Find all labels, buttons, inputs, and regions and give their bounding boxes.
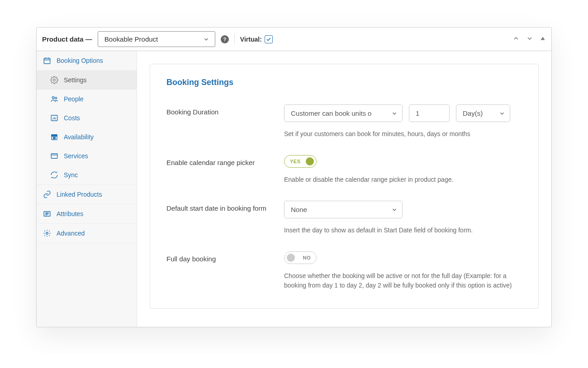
virtual-label: Virtual: [240, 36, 262, 43]
sidebar-label: Booking Options [57, 57, 103, 64]
row-default-start: Default start date in booking form None … [166, 201, 522, 235]
svg-point-6 [52, 97, 55, 99]
sidebar-label: Linked Products [57, 191, 102, 198]
panel-header: Product data — Bookable Product ? Virtua… [37, 28, 551, 51]
svg-text:10: 10 [53, 137, 56, 139]
product-type-select[interactable]: Bookable Product [98, 31, 215, 47]
chevron-down-icon [391, 110, 398, 117]
panel-body: Booking Options Settings People [37, 51, 551, 327]
main-content: Booking Settings Booking Duration Custom… [137, 51, 551, 327]
window-icon [50, 152, 58, 160]
list-icon [43, 210, 51, 218]
gear-icon [43, 229, 51, 237]
sidebar-item-settings[interactable]: Settings [37, 71, 137, 90]
help-default-start: Insert the day to show as default in Sta… [284, 226, 522, 235]
panel-title: Product data — [42, 35, 92, 43]
sidebar-label: Costs [64, 114, 80, 122]
sidebar-item-services[interactable]: Services [37, 146, 137, 165]
row-range-picker: Enable calendar range picker YES Enable … [166, 155, 522, 184]
sidebar-item-sync[interactable]: Sync [37, 165, 137, 184]
label-default-start: Default start date in booking form [166, 201, 275, 235]
sidebar-item-advanced[interactable]: Advanced [37, 224, 137, 243]
sidebar-item-people[interactable]: People [37, 90, 137, 109]
duration-quantity-input[interactable] [409, 104, 450, 122]
duration-unit-value: Day(s) [463, 109, 483, 117]
chart-icon [50, 114, 58, 122]
settings-card: Booking Settings Booking Duration Custom… [150, 64, 539, 309]
svg-rect-1 [44, 58, 50, 64]
sidebar-label: Attributes [57, 210, 83, 217]
product-data-panel: Product data — Bookable Product ? Virtua… [36, 27, 552, 327]
toggle-label: NO [303, 255, 311, 260]
default-start-value: None [291, 206, 307, 213]
chevron-down-icon [391, 207, 398, 213]
section-title: Booking Settings [166, 78, 522, 87]
move-up-icon[interactable] [512, 35, 520, 43]
help-range-picker: Enable or disable the calendar range pic… [284, 175, 522, 184]
duration-type-select[interactable]: Customer can book units o [284, 104, 403, 122]
sidebar-label: Advanced [57, 230, 85, 237]
gear-icon [50, 76, 58, 84]
sidebar-item-availability[interactable]: 10 Availability [37, 127, 137, 146]
svg-rect-15 [51, 154, 57, 159]
full-day-toggle[interactable]: NO [284, 251, 317, 264]
chevron-down-icon [203, 36, 209, 42]
sidebar: Booking Options Settings People [37, 51, 137, 327]
label-booking-duration: Booking Duration [166, 104, 275, 139]
help-icon[interactable]: ? [221, 35, 229, 43]
collapse-icon[interactable] [540, 35, 546, 43]
row-full-day: Full day booking NO Choose whether the b… [166, 251, 522, 290]
product-type-value: Bookable Product [104, 35, 158, 43]
move-down-icon[interactable] [526, 35, 533, 43]
toggle-label: YES [290, 159, 301, 164]
sidebar-label: Services [64, 152, 88, 160]
sidebar-item-linked-products[interactable]: Linked Products [37, 185, 137, 204]
sidebar-label: Availability [64, 133, 94, 141]
link-icon [43, 190, 51, 198]
help-duration: Set if your customers can book for minut… [284, 129, 522, 139]
row-booking-duration: Booking Duration Customer can book units… [166, 104, 522, 139]
label-full-day: Full day booking [166, 251, 275, 290]
svg-rect-13 [52, 135, 57, 137]
sidebar-sub-group: Settings People Costs 10 [37, 71, 137, 185]
toggle-knob [306, 157, 314, 165]
label-range-picker: Enable calendar range picker [166, 155, 275, 184]
sidebar-label: Settings [64, 76, 87, 84]
help-full-day: Choose whether the booking will be activ… [284, 271, 522, 290]
sidebar-label: People [64, 95, 84, 103]
sync-icon [50, 171, 58, 179]
toggle-knob [287, 254, 295, 262]
calendar-day-icon: 10 [50, 133, 58, 141]
sidebar-item-costs[interactable]: Costs [37, 109, 137, 127]
virtual-toggle-wrap: Virtual: [240, 35, 273, 43]
virtual-checkbox[interactable] [265, 35, 273, 43]
calendar-icon [43, 57, 51, 65]
panel-header-controls [512, 35, 546, 43]
svg-marker-0 [541, 37, 545, 40]
svg-point-21 [46, 232, 48, 235]
default-start-select[interactable]: None [284, 201, 403, 218]
people-icon [50, 95, 58, 103]
svg-point-7 [55, 97, 57, 99]
duration-unit-select[interactable]: Day(s) [456, 104, 510, 122]
svg-point-5 [53, 79, 56, 81]
sidebar-label: Sync [64, 171, 78, 179]
sidebar-item-booking-options[interactable]: Booking Options [37, 51, 137, 71]
chevron-down-icon [499, 110, 505, 117]
sidebar-item-attributes[interactable]: Attributes [37, 204, 137, 224]
divider [234, 34, 235, 45]
duration-type-value: Customer can book units o [291, 109, 371, 117]
range-picker-toggle[interactable]: YES [284, 155, 317, 168]
